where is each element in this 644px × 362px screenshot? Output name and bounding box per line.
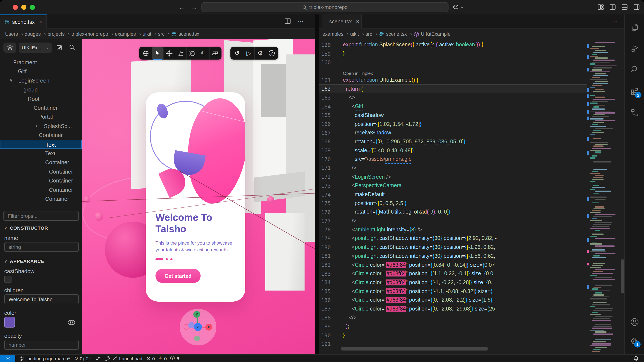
tree-item-container[interactable]: Container bbox=[0, 185, 82, 194]
code-line-176[interactable]: 176 rotation={[MathUtils.degToRad(-9), 0… bbox=[319, 207, 587, 216]
tree-item-group[interactable]: group bbox=[0, 85, 82, 94]
toggle-secondary-sidebar-icon[interactable] bbox=[633, 4, 640, 10]
code-line-173[interactable]: 173 <PerspectiveCamera bbox=[319, 181, 587, 190]
breadcrumb-item[interactable]: examples bbox=[115, 31, 141, 37]
opacity-prop-input[interactable] bbox=[4, 340, 79, 350]
panel-divider[interactable] bbox=[315, 14, 319, 354]
account-icon[interactable] bbox=[630, 317, 639, 327]
children-prop-input[interactable] bbox=[4, 294, 79, 304]
code-line-175[interactable]: 175 position={[0, 0.5, 2.5]} bbox=[319, 199, 587, 207]
globe-tool-button[interactable] bbox=[140, 47, 152, 60]
filter-props-input[interactable] bbox=[4, 211, 79, 221]
minimize-window-button[interactable] bbox=[21, 5, 26, 10]
transform-tool-button[interactable] bbox=[186, 47, 198, 60]
code-line-181[interactable]: 181 <pointLight castShadow intensity={30… bbox=[319, 252, 587, 260]
code-line-187[interactable]: 187 <Circle color="#d63f84" position={[0… bbox=[319, 304, 587, 313]
tab-scene-tsx-right[interactable]: scene.tsx × bbox=[322, 14, 362, 28]
appearance-section-header[interactable]: ∨APPEARANCE bbox=[4, 259, 44, 264]
name-prop-input[interactable] bbox=[4, 242, 79, 252]
customize-layout-icon[interactable] bbox=[598, 4, 604, 10]
close-icon[interactable]: × bbox=[39, 19, 42, 25]
breadcrumb-item[interactable]: uikit bbox=[350, 31, 364, 37]
code-line-165[interactable]: 165 castShadow bbox=[319, 111, 587, 120]
run-debug-icon[interactable] bbox=[630, 44, 639, 54]
search-icon[interactable] bbox=[630, 65, 639, 74]
toggle-panel-icon[interactable] bbox=[622, 4, 628, 10]
close-window-button[interactable] bbox=[13, 5, 18, 10]
settings-button[interactable]: ⚙ bbox=[254, 47, 266, 60]
breadcrumb-item[interactable]: uikit bbox=[143, 31, 156, 37]
code-line-167[interactable]: 167 receiveShadow bbox=[319, 129, 587, 137]
code-line-161[interactable]: 161export function UIKitExample() { bbox=[319, 76, 587, 84]
git-branch-item[interactable]: landing-page-march* bbox=[20, 356, 70, 361]
night-mode-button[interactable]: ☾ bbox=[198, 47, 209, 60]
tree-item-text[interactable]: Text bbox=[0, 149, 82, 158]
code-editor[interactable]: 120export function SplashScene({ active … bbox=[319, 39, 624, 354]
color-toggle-icon[interactable] bbox=[67, 320, 76, 325]
tree-item-container[interactable]: Container bbox=[0, 167, 82, 176]
launchpad-item[interactable]: Launchpad bbox=[104, 356, 142, 361]
code-line-188[interactable]: 188 </> bbox=[319, 313, 587, 322]
breadcrumb-item[interactable]: scene.tsx bbox=[172, 31, 199, 37]
component-select[interactable]: UIKitEx... ⌄ bbox=[19, 42, 52, 53]
code-line-178[interactable]: 178 <ambientLight intensity={3} /> bbox=[319, 225, 587, 234]
split-editor-icon[interactable] bbox=[284, 18, 291, 24]
code-line-180[interactable]: 180 <pointLight castShadow intensity={30… bbox=[319, 243, 587, 252]
breadcrumb[interactable]: Usersdougesprojectstriplex-monorepoexamp… bbox=[5, 30, 199, 38]
search-icon[interactable] bbox=[69, 44, 75, 50]
code-line-172[interactable]: 172 <LoginScreen /> bbox=[319, 173, 587, 181]
color-swatch[interactable] bbox=[4, 317, 15, 328]
code-line-159[interactable]: 159} bbox=[319, 49, 587, 58]
code-line-169[interactable]: 169 scale={[0.48, 0.48, 0.48]} bbox=[319, 146, 587, 155]
code-line-177[interactable]: 177 /> bbox=[319, 216, 587, 225]
breadcrumb-item[interactable]: examples bbox=[322, 31, 348, 37]
copilot-menu[interactable]: ⌄ bbox=[452, 3, 464, 10]
command-center-search[interactable]: triplex-monorepo bbox=[202, 2, 448, 12]
code-line-120[interactable]: 120export function SplashScene({ active … bbox=[319, 40, 587, 49]
chevron-right-icon[interactable]: › bbox=[36, 123, 37, 128]
breadcrumb[interactable]: examplesuikitsrcscene.tsxUIKitExample bbox=[322, 30, 450, 38]
codelens-open-in-triplex[interactable]: Open in Triplex bbox=[319, 67, 587, 75]
toggle-primary-sidebar-icon[interactable] bbox=[610, 4, 616, 10]
gizmo-y-handle[interactable]: Y bbox=[193, 311, 200, 318]
edit-component-icon[interactable] bbox=[56, 44, 62, 51]
breadcrumb-item[interactable]: triplex-monorepo bbox=[71, 31, 113, 37]
move-tool-button[interactable] bbox=[163, 47, 175, 60]
castshadow-checkbox[interactable] bbox=[4, 276, 12, 283]
tree-item-container[interactable]: Container bbox=[0, 194, 82, 203]
breadcrumb-item[interactable]: Users bbox=[5, 31, 23, 37]
gizmo-x-handle[interactable]: X bbox=[205, 324, 212, 331]
help-button[interactable]: ? bbox=[266, 47, 277, 60]
code-line-171[interactable]: 171 /> bbox=[319, 164, 587, 172]
tree-item-loginscreen[interactable]: ∨LoginScreen bbox=[0, 76, 82, 85]
code-line-186[interactable]: 186 <Circle color="#d63f84" position={[0… bbox=[319, 296, 587, 304]
horizontal-scrollbar[interactable] bbox=[341, 347, 488, 351]
vertical-scrollbar[interactable] bbox=[621, 259, 624, 293]
code-line-164[interactable]: 164 <Gltf bbox=[319, 102, 587, 111]
more-actions-icon[interactable]: ⋯ bbox=[298, 18, 304, 25]
tree-item-portal[interactable]: Portal bbox=[0, 113, 82, 121]
camera-frames-button[interactable] bbox=[209, 47, 221, 60]
code-line-185[interactable]: 185 <Circle color="#d63f84" position={[-… bbox=[319, 287, 587, 296]
tree-item-text[interactable]: Text bbox=[0, 140, 82, 149]
breadcrumb-item[interactable]: projects bbox=[48, 31, 70, 37]
forward-arrow-icon[interactable]: → bbox=[189, 2, 199, 13]
chevron-down-icon[interactable]: ∨ bbox=[9, 77, 13, 83]
play-button[interactable]: ▷ bbox=[243, 47, 254, 60]
select-tool-button[interactable] bbox=[152, 47, 163, 60]
undo-button[interactable]: ↺ bbox=[231, 47, 243, 60]
code-line-179[interactable]: 179 <pointLight castShadow intensity={30… bbox=[319, 234, 587, 243]
gizmo-neg-y-handle[interactable] bbox=[194, 336, 200, 341]
tree-item-container[interactable]: Container bbox=[0, 158, 82, 167]
get-started-button[interactable]: Get started bbox=[156, 269, 200, 283]
hierarchy-icon[interactable] bbox=[630, 108, 639, 117]
code-line-189[interactable]: 189 ); bbox=[319, 322, 587, 331]
back-arrow-icon[interactable]: ← bbox=[177, 2, 187, 13]
close-icon[interactable]: × bbox=[356, 18, 359, 25]
code-line-168[interactable]: 168 rotation={[0, -0.296_705_972_839_036… bbox=[319, 137, 587, 146]
code-line-174[interactable]: 174 makeDefault bbox=[319, 190, 587, 199]
breadcrumb-item[interactable]: UIKitExample bbox=[414, 31, 450, 37]
breadcrumb-item[interactable]: douges bbox=[25, 31, 46, 37]
scene-layers-button[interactable] bbox=[4, 42, 16, 53]
maximize-window-button[interactable] bbox=[30, 5, 35, 10]
